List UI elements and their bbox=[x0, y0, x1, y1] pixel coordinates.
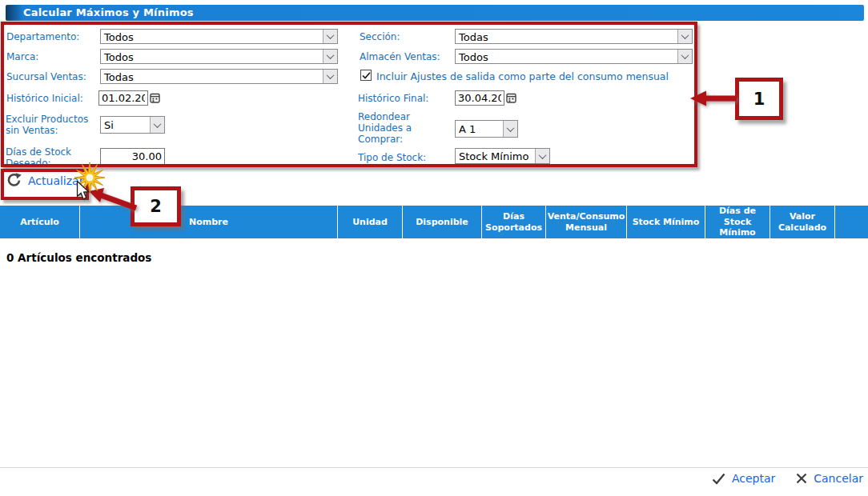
cancelar-label: Cancelar bbox=[814, 472, 863, 485]
cancelar-button[interactable]: Cancelar bbox=[796, 472, 863, 485]
mouse-cursor-icon bbox=[76, 181, 90, 200]
annotation-arrow-1 bbox=[687, 87, 738, 110]
column-header-disponible[interactable]: Disponible bbox=[403, 206, 482, 238]
column-header-venta-consumo[interactable]: Venta/Consumo Mensual bbox=[546, 206, 627, 238]
close-icon bbox=[796, 473, 807, 484]
results-empty-text: 0 Artículos encontrados bbox=[6, 251, 151, 264]
aceptar-button[interactable]: Aceptar bbox=[712, 472, 775, 485]
annotation-rect-filters bbox=[1, 22, 697, 167]
footer-divider bbox=[0, 467, 868, 468]
dialog-titlebar: Calcular Máximos y Mínimos bbox=[6, 5, 864, 21]
column-header-empty bbox=[835, 206, 868, 238]
column-header-dias-stock-minimo[interactable]: Días de Stock Mínimo bbox=[705, 206, 770, 238]
annotation-callout-1: 1 bbox=[735, 78, 783, 120]
column-header-stock-minimo[interactable]: Stock Mínimo bbox=[627, 206, 705, 238]
annotation-callout-1-number: 1 bbox=[753, 90, 766, 109]
column-header-dias-soportados[interactable]: Días Soportados bbox=[482, 206, 546, 238]
column-header-unidad[interactable]: Unidad bbox=[338, 206, 403, 238]
annotation-callout-2-number: 2 bbox=[150, 197, 162, 216]
aceptar-label: Aceptar bbox=[732, 472, 775, 485]
column-header-articulo[interactable]: Artículo bbox=[0, 206, 80, 238]
dialog-calcular-maximos-minimos: Calcular Máximos y Mínimos Departamento:… bbox=[0, 0, 868, 496]
dialog-title: Calcular Máximos y Mínimos bbox=[23, 6, 194, 18]
footer-actions: Aceptar Cancelar bbox=[712, 472, 863, 485]
checkmark-icon bbox=[712, 473, 725, 485]
column-header-valor-calculado[interactable]: Valor Calculado bbox=[770, 206, 835, 238]
